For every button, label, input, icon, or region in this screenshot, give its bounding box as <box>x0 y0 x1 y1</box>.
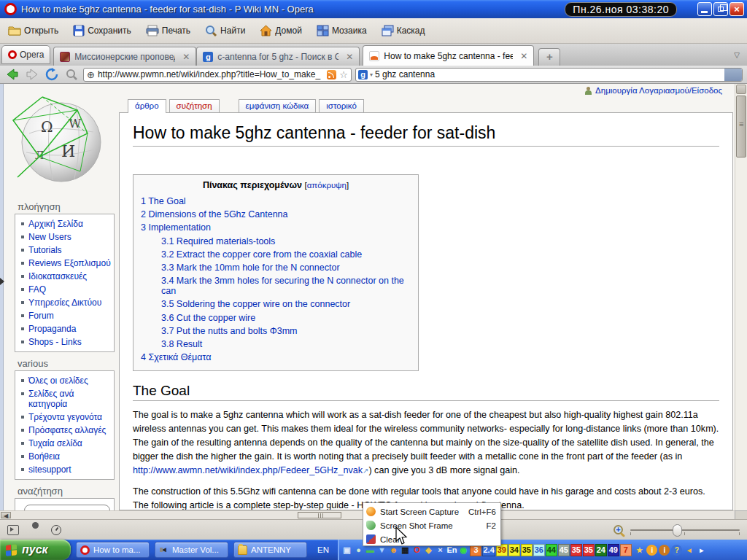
find-button[interactable]: Найти <box>203 23 247 38</box>
tab-close-icon[interactable]: ✕ <box>520 51 527 61</box>
toc-link[interactable]: 3.4 Mark the 3mm holes for securing the … <box>141 274 411 298</box>
sidebar-link[interactable]: Τυχαία σελίδα <box>18 437 114 450</box>
task-antenny-folder[interactable]: ANTENNY <box>233 542 307 558</box>
vertical-scroll-thumb[interactable] <box>736 96 746 158</box>
tile-button[interactable]: Мозаика <box>314 23 369 38</box>
tab-close-icon[interactable]: ✕ <box>182 52 190 62</box>
speed-dial-icon[interactable] <box>51 525 61 535</box>
toc-link[interactable]: 3 Implementation <box>141 221 411 234</box>
reload-button[interactable] <box>44 67 60 82</box>
url-field[interactable]: ⊕ http://www.pwmn.net/wiki/index.php?tit… <box>83 68 352 82</box>
panel-splitter[interactable] <box>0 84 4 510</box>
zoom-in-icon[interactable]: + <box>614 525 623 534</box>
zoom-slider[interactable] <box>630 524 740 537</box>
tray-icon[interactable]: i <box>646 545 657 556</box>
sidebar-link[interactable]: Reviews Εξοπλισμού <box>18 257 114 270</box>
opera-menu-button[interactable]: Opera <box>1 45 50 64</box>
sidebar-link[interactable]: Τρέχοντα γεγονότα <box>18 411 114 424</box>
sidebar-link[interactable]: sitesupport <box>18 463 114 476</box>
sensor-value[interactable]: 35 <box>521 544 533 556</box>
zoom-slider-thumb[interactable] <box>673 524 682 537</box>
sensor-value[interactable]: 49 <box>608 544 619 556</box>
sidebar-link[interactable]: Forum <box>18 309 114 322</box>
language-indicator[interactable]: EN <box>317 545 329 554</box>
search-input[interactable] <box>375 69 722 79</box>
sidebar-link[interactable]: Πρόσφατες αλλαγές <box>18 424 114 437</box>
back-button[interactable] <box>4 67 20 82</box>
toc-link[interactable]: 3.6 Cut the copper wire <box>141 311 411 324</box>
sidebar-link[interactable]: Βοήθεια <box>18 450 114 463</box>
toc-link[interactable]: 3.7 Put the nutts and bolts Φ3mm <box>141 324 411 338</box>
tab-list-dropdown-icon[interactable]: ▽ <box>734 51 740 59</box>
scroll-left-button[interactable]: ◀ <box>1 512 11 518</box>
task-master-volume[interactable]: Master Vol... <box>155 542 228 558</box>
tab-1[interactable]: Миссионерские проповеди Христ... ✕ <box>53 47 196 66</box>
toc-link[interactable]: 3.5 Soldering the copper wire on the con… <box>141 298 411 311</box>
tray-icon[interactable]: ★ <box>634 545 645 556</box>
tab-article[interactable]: άρθρο <box>128 99 166 113</box>
new-tab-button[interactable]: + <box>538 48 560 66</box>
sensor-value[interactable]: 24 <box>595 544 607 556</box>
sidebar-link[interactable]: Σελίδες ανά κατηγορία <box>18 387 114 411</box>
search-go-button[interactable] <box>724 68 742 82</box>
tab-view-source[interactable]: εμφάνιση κώδικα <box>239 99 317 112</box>
tab-close-icon[interactable]: ✕ <box>346 52 353 62</box>
tray-icon[interactable]: ▸ <box>696 545 707 556</box>
tray-icon[interactable]: ▣ <box>341 545 352 556</box>
home-button[interactable]: Домой <box>258 23 304 38</box>
bookmark-star-icon[interactable]: ☆ <box>339 69 348 80</box>
rss-icon[interactable] <box>327 70 336 79</box>
wiki-logo[interactable]: Ω W И Л <box>7 90 119 195</box>
toc-hide-link[interactable]: απόκρυψη <box>307 181 347 190</box>
menu-item-screen-shot-frame[interactable]: Screen Shot Frame F2 <box>363 518 500 532</box>
minimize-button[interactable] <box>697 2 712 16</box>
sidebar-link[interactable]: Αρχική Σελίδα <box>18 217 114 230</box>
toc-link[interactable]: 3.8 Result <box>141 338 411 351</box>
toc-link[interactable]: 3.2 Extract the copper core from the coa… <box>141 248 411 261</box>
sensor-value[interactable]: 45 <box>558 544 570 556</box>
url-text[interactable]: http://www.pwmn.net/wiki/index.php?title… <box>98 69 324 79</box>
scroll-up-button[interactable] <box>736 85 746 94</box>
web-search-field[interactable]: g ▾ <box>355 68 743 82</box>
sensor-value[interactable]: 7 <box>620 544 632 556</box>
tab-history[interactable]: ιστορικό <box>319 99 364 112</box>
sidebar-link[interactable]: Propaganda <box>18 322 114 335</box>
tray-icon[interactable]: ? <box>671 545 682 556</box>
open-button[interactable]: Открыть <box>6 23 61 38</box>
sidebar-link[interactable]: Shops - Links <box>18 335 114 349</box>
sidebar-link[interactable]: Όλες οι σελίδες <box>18 374 114 387</box>
sensor-value[interactable]: 44 <box>546 544 557 556</box>
print-button[interactable]: Печать <box>144 23 193 38</box>
task-opera[interactable]: How to ma... <box>76 542 150 558</box>
sensor-value[interactable]: 34 <box>508 544 520 556</box>
sensor-value[interactable]: 35 <box>570 544 582 556</box>
forward-button[interactable] <box>24 67 40 82</box>
toc-link[interactable]: 1 The Goal <box>141 195 411 208</box>
panels-toggle-icon[interactable] <box>7 525 19 535</box>
close-button[interactable]: × <box>729 2 744 16</box>
sidebar-link[interactable]: Ιδιοκατασκευές <box>18 270 114 283</box>
toc-link[interactable]: 3.1 Required materials-tools <box>141 235 411 248</box>
horizontal-scroll-thumb[interactable] <box>298 512 341 518</box>
personal-bar[interactable]: Δημιουργία Λογαριασμού/Είσοδος <box>584 86 722 95</box>
search-engine-dropdown-icon[interactable]: ▾ <box>370 71 373 78</box>
cascade-button[interactable]: Каскад <box>379 23 427 38</box>
sensor-value[interactable]: 36 <box>533 544 545 556</box>
toc-link[interactable]: 3.3 Mark the 10mm hole for the N connect… <box>141 261 411 274</box>
menu-item-start-screen-capture[interactable]: Start Screen Capture Ctrl+F6 <box>363 505 500 518</box>
start-button[interactable]: пуск <box>0 540 71 560</box>
tab-2[interactable]: g c-antenna for 5 ghz - Поиск в Google ✕ <box>196 47 360 66</box>
page-search-icon[interactable] <box>63 67 80 82</box>
sidebar-link[interactable]: New Users <box>18 230 114 244</box>
sidebar-link[interactable]: Υπηρεσίες Δικτύου <box>18 296 114 309</box>
sidebar-link[interactable]: Tutorials <box>18 244 114 257</box>
tab-3-active[interactable]: How to make 5ghz cantenna - feed... ✕ <box>363 45 534 66</box>
awmn-feeder-link[interactable]: http://www.awmn.net/wiki/index.php/Fedee… <box>133 465 363 475</box>
sensor-value[interactable]: 35 <box>583 544 595 556</box>
tray-icon[interactable]: ◄ <box>684 545 694 556</box>
toc-link[interactable]: 4 Σχετικά Θέματα <box>141 351 411 364</box>
menu-item-clear[interactable]: Clear <box>363 532 500 546</box>
toc-link[interactable]: 2 Dimensions of the 5Ghz Cantenna <box>141 208 411 221</box>
save-button[interactable]: Сохранить <box>71 23 133 38</box>
sidebar-link[interactable]: FAQ <box>18 283 114 296</box>
